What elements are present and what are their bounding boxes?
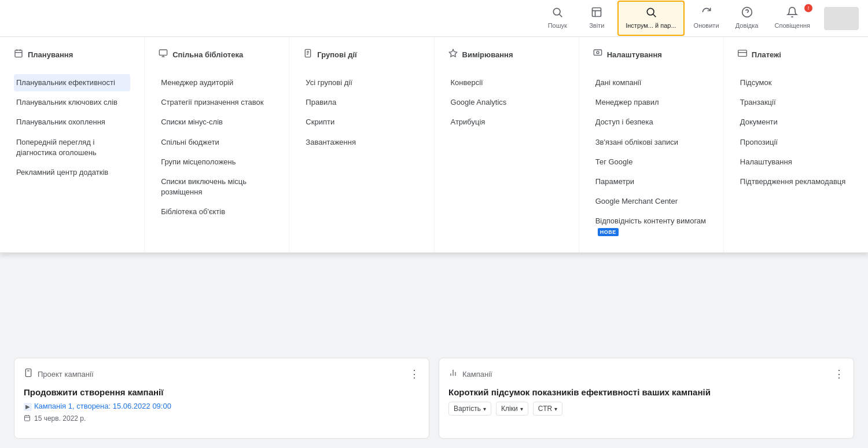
tools-label: Інструм... й пар...: [626, 22, 676, 30]
reports-label: Звіти: [589, 22, 604, 30]
notification-badge: !: [804, 4, 812, 12]
reports-icon: [591, 6, 602, 20]
notifications-label: Сповіщення: [775, 22, 810, 30]
svg-point-5: [647, 9, 654, 16]
nav-item-help[interactable]: Довідка: [729, 2, 766, 34]
header-nav: ПошукЗвітиІнструм... й пар...ОновитиДові…: [539, 1, 859, 35]
tools-icon: [645, 6, 657, 20]
notifications-icon: [786, 6, 798, 20]
svg-rect-2: [593, 8, 601, 17]
refresh-label: Оновити: [694, 22, 719, 30]
help-label: Довідка: [735, 22, 759, 30]
nav-item-reports[interactable]: Звіти: [578, 2, 615, 34]
refresh-icon: [701, 6, 712, 20]
svg-line-6: [653, 14, 656, 17]
search-label: Пошук: [548, 22, 567, 30]
svg-line-1: [560, 14, 562, 17]
svg-point-0: [554, 9, 561, 16]
avatar[interactable]: [824, 7, 859, 30]
nav-item-tools[interactable]: Інструм... й пар...: [617, 1, 684, 35]
header: ПошукЗвітиІнструм... й пар...ОновитиДові…: [0, 0, 868, 37]
nav-item-refresh[interactable]: Оновити: [687, 2, 726, 34]
help-icon: [741, 6, 753, 20]
search-icon: [551, 6, 563, 20]
nav-item-search[interactable]: Пошук: [539, 2, 576, 34]
nav-item-notifications[interactable]: Сповіщення!: [768, 2, 817, 34]
